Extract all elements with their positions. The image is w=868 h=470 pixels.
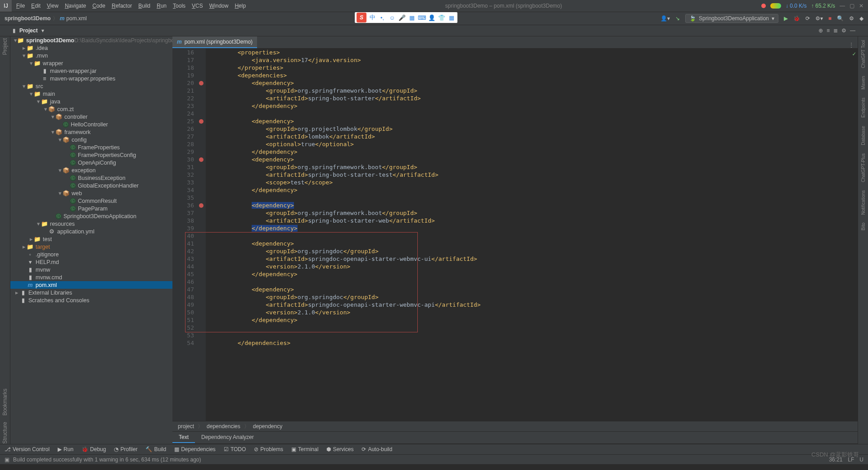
crumb-dependency[interactable]: dependency [253,423,282,430]
menu-run[interactable]: Run [157,3,167,9]
right-tool-maven[interactable]: Maven [861,74,866,91]
maximize-icon[interactable]: ▢ [850,3,854,9]
menu-tools[interactable]: Tools [173,3,185,9]
ime-lang-icon[interactable]: 中 [368,13,376,22]
tree-item[interactable]: ⒸBusinessException [10,174,172,182]
breadcrumb-file[interactable]: pom.xml [66,15,86,22]
tree-item[interactable]: ⒸSpringboot3DemoApplication [10,212,172,220]
right-tool-database[interactable]: Database [861,124,866,147]
tree-item[interactable]: ▾📁wrapper [10,59,172,67]
ime-toolbar[interactable]: S 中 •, ☺ 🎤 ▦ ⌨ 👤 👕 ▦ [355,12,457,23]
user-icon[interactable]: 👤▾ [660,15,670,22]
ime-emoji-icon[interactable]: ☺ [388,13,396,22]
tree-item[interactable]: ◦.gitignore [10,251,172,258]
tree-item[interactable]: ▮mvnw.cmd [10,273,172,281]
tool-profiler[interactable]: ◔Profiler [114,446,137,452]
ime-grid-icon[interactable]: ▦ [448,13,456,22]
tree-item[interactable]: ▸📁.idea [10,44,172,52]
menu-view[interactable]: View [47,3,59,9]
crumb-dependencies[interactable]: dependencies [207,423,240,430]
editor-tab-menu-icon[interactable]: ⋮ [849,42,858,48]
main-menu[interactable]: FileEditViewNavigateCodeRefactorBuildRun… [12,3,246,9]
tree-item[interactable]: ≡maven-wrapper.properties [10,75,172,82]
close-icon[interactable]: ✕ [859,3,863,9]
plugins-icon[interactable]: ◆ [859,15,863,22]
encoding[interactable]: U [859,457,863,463]
chevron-down-icon[interactable]: ▾ [41,27,44,34]
editor-tabs[interactable]: m pom.xml (springboot3Demo) ⋮ [172,36,858,49]
profile-icon[interactable]: ⚙▾ [815,15,823,22]
menu-navigate[interactable]: Navigate [65,3,86,9]
tree-item[interactable]: ⒸFrameProperties [10,143,172,151]
run-icon[interactable]: ▶ [784,15,788,22]
tool-version-control[interactable]: ⎇Version Control [5,446,50,452]
editor-bottom-tabs[interactable]: TextDependency Analyzer [172,432,858,444]
bottom-tool-bar[interactable]: ⎇Version Control▶Run🐞Debug◔Profiler🔨Buil… [0,444,868,454]
hide-icon[interactable]: — [850,27,855,34]
tool-build[interactable]: 🔨Build [145,446,166,452]
tree-item[interactable]: ▮mvnw [10,266,172,273]
ime-skin-icon[interactable]: 👕 [438,13,446,22]
tool-debug[interactable]: 🐞Debug [81,446,106,452]
status-icon[interactable]: ▣ [5,457,9,463]
menu-window[interactable]: Window [209,3,229,9]
menu-build[interactable]: Build [138,3,150,9]
breadcrumb-project[interactable]: springboot3Demo [5,15,51,22]
ime-keyboard-icon[interactable]: ⌨ [418,13,426,22]
right-tool-notifications[interactable]: Notifications [861,188,866,216]
tree-item[interactable]: ▾📁resources [10,220,172,228]
settings-icon[interactable]: ⚙ [849,15,854,22]
tree-item[interactable]: ⒸHelloController [10,121,172,128]
search-icon[interactable]: 🔍 [837,15,844,22]
tree-item[interactable]: ▾📦exception [10,166,172,174]
collapse-icon[interactable]: ≣ [833,27,838,34]
tree-item[interactable]: ▾📦controller [10,113,172,121]
ime-clip-icon[interactable]: ▦ [408,13,416,22]
tool-terminal[interactable]: ▣Terminal [291,446,318,452]
tree-item[interactable]: ▮Scratches and Consoles [10,296,172,304]
tool-dependencies[interactable]: ▦Dependencies [174,446,216,452]
tree-item[interactable]: ⒸGlobalExceptionHandler [10,182,172,189]
tree-item[interactable]: ⒸPageParam [10,205,172,212]
run-config-dropdown[interactable]: 🍃 Springboot3DemoApplication ▾ [685,14,778,23]
project-panel-title[interactable]: Project [19,27,38,34]
structure-tool-button[interactable]: Structure [2,418,8,444]
tool-services[interactable]: ⬢Services [326,446,353,452]
editor-tab[interactable]: m pom.xml (springboot3Demo) [172,36,257,48]
crumb-project[interactable]: project [178,423,194,430]
project-tree[interactable]: ▾📁springboot3Demo D:\BaiduSyncdisk\IdeaP… [10,36,172,444]
debug-icon[interactable]: 🐞 [793,15,800,22]
ime-punct-icon[interactable]: •, [378,13,386,22]
gear-icon[interactable]: ⚙ [841,27,846,34]
right-tool-bito[interactable]: Bito [861,221,866,232]
left-tool-gutter[interactable]: Project Bookmarks Structure [0,36,10,444]
inspection-ok-icon[interactable]: ✓ [852,50,856,57]
tree-item[interactable]: ⒸFramePropertiesConfig [10,151,172,159]
tree-item[interactable]: ▸📁test [10,235,172,243]
menu-file[interactable]: File [16,3,25,9]
tool-todo[interactable]: ☑TODO [224,446,246,452]
menu-refactor[interactable]: Refactor [112,3,132,9]
stop-icon[interactable]: ■ [828,15,832,22]
ime-mic-icon[interactable]: 🎤 [398,13,406,22]
tree-item[interactable]: ▾📦web [10,189,172,197]
code-lines[interactable]: <properties> <java.version>17</java.vers… [206,49,858,421]
right-tool-endpoints[interactable]: Endpoints [861,96,866,119]
tree-item[interactable]: ▾📦com.zt [10,105,172,113]
gutter[interactable] [197,49,206,421]
coverage-icon[interactable]: ⟳ [805,15,810,22]
project-tool-button[interactable]: Project [2,38,8,55]
tree-item[interactable]: ▾📁.mvn [10,52,172,59]
minimize-icon[interactable]: — [840,3,845,9]
right-tool-chatgpt-plus[interactable]: ChatGPT-Plus [861,152,866,184]
ime-user-icon[interactable]: 👤 [428,13,436,22]
tool-problems[interactable]: ⊘Problems [254,446,283,452]
right-tool-gutter[interactable]: ChatGPT ToolMavenEndpointsDatabaseChatGP… [858,36,868,444]
tree-item[interactable]: ⚙application.yml [10,228,172,235]
expand-icon[interactable]: ≡ [827,27,830,34]
editor-subtab-text[interactable]: Text [172,432,195,443]
menu-vcs[interactable]: VCS [192,3,203,9]
structure-breadcrumb[interactable]: project〉dependencies〉dependency [172,421,858,432]
menu-edit[interactable]: Edit [31,3,41,9]
locate-icon[interactable]: ⊕ [818,27,823,34]
